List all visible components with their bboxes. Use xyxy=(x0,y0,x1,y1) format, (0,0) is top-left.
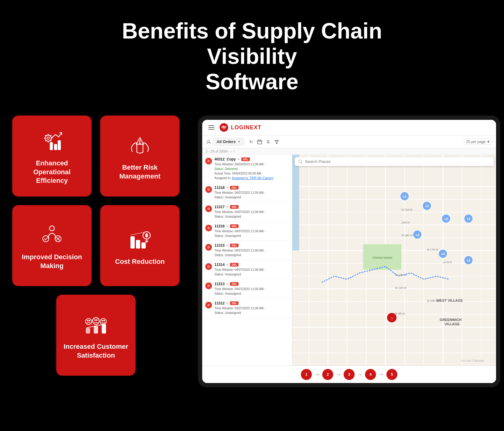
risk-icon xyxy=(128,133,152,158)
benefit-card-decision-making: Improved Decision Making xyxy=(12,205,92,286)
nav-step-5[interactable]: 5 xyxy=(386,369,397,380)
order-detail: Time Window: 04/07/2023 11:00 AM - Statu… xyxy=(214,248,289,257)
svg-text:WEST VILLAGE: WEST VILLAGE xyxy=(436,299,463,302)
order-time-window: Time Window: 04/07/2023 11:00 AM - xyxy=(214,287,289,291)
order-detail: Time Window: 04/07/2023 11:00 AM - Statu… xyxy=(214,287,289,296)
benefit-label-cost: Cost Reduction xyxy=(115,257,165,266)
svg-text:+3: +3 xyxy=(403,195,407,199)
edit-icon[interactable]: ✎ xyxy=(226,282,228,286)
app-body: D 40312_Copy ✎ DEL Time Window: 04/03/20… xyxy=(202,155,496,366)
svg-text:W 8th St: W 8th St xyxy=(395,312,405,315)
order-detail: Time Window: 04/07/2023 11:00 AM - Statu… xyxy=(214,210,289,219)
order-item[interactable]: D 11313 ✎ DEL Time Window: 04/07/2023 11… xyxy=(202,279,292,299)
order-status-dot: D xyxy=(205,225,212,231)
svg-point-36 xyxy=(102,320,103,321)
order-id: 11318 xyxy=(214,186,225,190)
nav-step-1[interactable]: 1 xyxy=(301,369,312,380)
nav-step-4[interactable]: 4 xyxy=(365,369,376,380)
filter-icon[interactable] xyxy=(274,139,279,145)
svg-text:Map data ©20: Map data ©20 xyxy=(460,359,477,363)
prev-page-btn[interactable]: ‹ xyxy=(230,149,232,153)
pagination-row: 1 - 25 of 1000+ ‹ › xyxy=(202,148,496,155)
hamburger-button[interactable] xyxy=(207,124,216,131)
svg-text:GREENWICH: GREENWICH xyxy=(440,318,462,322)
edit-icon[interactable]: ✎ xyxy=(226,186,228,190)
order-id-row: 11312 ✎ DEL xyxy=(214,301,289,305)
svg-rect-11 xyxy=(58,141,60,150)
benefit-card-customer-satisfaction: Increased Customer Satisfaction xyxy=(56,295,136,376)
order-status-dot: D xyxy=(205,263,212,270)
edit-icon[interactable]: ✎ xyxy=(226,302,228,305)
order-time-window: Time Window: 04/03/2023 11:00 AM - xyxy=(214,162,289,167)
order-status: Status: Unassigned xyxy=(214,214,289,219)
toolbar-left: All Orders ▼ xyxy=(206,138,244,146)
tablet-screen: LOGINEXT All Orders xyxy=(202,120,496,383)
nav-step-2[interactable]: 2 xyxy=(322,369,333,380)
order-id-row: 11313 ✎ DEL xyxy=(214,282,289,286)
refresh-icon[interactable]: ↻ xyxy=(248,139,254,145)
svg-text:14 St M: 14 St M xyxy=(443,261,452,264)
svg-line-48 xyxy=(301,163,302,164)
svg-text:23rd St: 23rd St xyxy=(401,221,410,224)
order-id-row: 11316 ✎ DEL xyxy=(214,224,289,228)
svg-text:VILLAGE: VILLAGE xyxy=(444,322,460,326)
svg-rect-43 xyxy=(257,140,262,144)
sort-icon[interactable]: ⇅ xyxy=(265,139,271,145)
next-page-btn[interactable]: › xyxy=(233,149,235,153)
order-id: 11314 xyxy=(214,263,225,267)
search-icon xyxy=(298,160,303,164)
order-detail: Time Window: 04/07/2023 11:00 AM - Statu… xyxy=(214,229,289,238)
svg-rect-10 xyxy=(54,144,57,150)
order-status-dot: D xyxy=(205,158,212,164)
order-item[interactable]: D 11315 ✎ DEL Time Window: 04/07/2023 11… xyxy=(202,241,292,260)
order-status-dot: D xyxy=(205,186,212,193)
svg-point-33 xyxy=(95,320,96,321)
map-background: Chelsea Market +3 +2 xyxy=(292,155,496,366)
order-content: 40312_Copy ✎ DEL Time Window: 04/03/2023… xyxy=(214,157,289,180)
order-item[interactable]: D 11312 ✎ DEL Time Window: 04/07/2023 11… xyxy=(202,299,292,318)
order-id-row: 11314 ✎ DEL xyxy=(214,263,289,267)
content-area: Enhanced Operational Efficiency xyxy=(12,116,492,387)
toolbar-icons: ↻ ⇅ xyxy=(248,139,279,145)
order-item[interactable]: D 11318 ✎ DEL Time Window: 04/07/2023 11… xyxy=(202,183,292,202)
order-id-row: 11317 ✎ DEL xyxy=(214,205,289,209)
benefit-label-decision: Improved Decision Making xyxy=(18,253,86,270)
order-content: 11314 ✎ DEL Time Window: 04/07/2023 11:0… xyxy=(214,263,289,277)
order-id: 40312_Copy xyxy=(214,157,236,161)
order-id-row: 11318 ✎ DEL xyxy=(214,186,289,190)
order-item[interactable]: D 11317 ✎ DEL Time Window: 04/07/2023 11… xyxy=(202,202,292,222)
edit-icon[interactable]: ✎ xyxy=(226,263,228,267)
edit-icon[interactable]: ✎ xyxy=(226,205,228,209)
benefit-card-cost-reduction: $ Cost Reduction xyxy=(100,205,180,286)
svg-point-42 xyxy=(208,140,210,142)
order-id: 11316 xyxy=(214,224,225,228)
per-page-selector[interactable]: 25 per page ▼ xyxy=(464,139,492,145)
order-id: 11315 xyxy=(214,243,225,248)
order-detail: Time Window: 04/03/2023 11:00 AM - Statu… xyxy=(214,162,289,180)
order-item[interactable]: D 40312_Copy ✎ DEL Time Window: 04/03/20… xyxy=(202,155,292,183)
del-badge: DEL xyxy=(230,244,239,247)
calendar-icon[interactable] xyxy=(257,139,262,145)
map-area[interactable]: Chelsea Market +3 +2 xyxy=(292,155,496,366)
per-page-label: 25 per page xyxy=(466,140,486,144)
svg-line-8 xyxy=(50,135,51,136)
order-status: Status: Unassigned xyxy=(214,195,289,200)
svg-rect-23 xyxy=(142,243,145,248)
search-input[interactable] xyxy=(305,159,490,164)
svg-point-30 xyxy=(89,320,90,321)
edit-icon[interactable]: ✎ xyxy=(226,225,228,228)
order-item[interactable]: D 11316 ✎ DEL Time Window: 04/07/2023 11… xyxy=(202,222,292,241)
order-detail: Time Window: 04/07/2023 11:00 AM - Statu… xyxy=(214,267,289,277)
del-badge: DEL xyxy=(230,186,239,190)
svg-text:W 19th St: W 19th St xyxy=(401,234,413,237)
svg-text:+2: +2 xyxy=(444,218,448,221)
edit-icon[interactable]: ✎ xyxy=(226,244,228,247)
svg-text:+2: +2 xyxy=(425,205,429,208)
del-badge: DEL xyxy=(241,157,250,161)
pagination-text: 1 - 25 of 1000+ xyxy=(206,149,228,153)
orders-dropdown[interactable]: All Orders ▼ xyxy=(213,138,244,146)
svg-text:+2: +2 xyxy=(467,259,470,263)
order-item[interactable]: D 11314 ✎ DEL Time Window: 04/07/2023 11… xyxy=(202,260,292,279)
nav-step-3[interactable]: 3 xyxy=(344,369,355,380)
edit-icon[interactable]: ✎ xyxy=(237,158,240,161)
